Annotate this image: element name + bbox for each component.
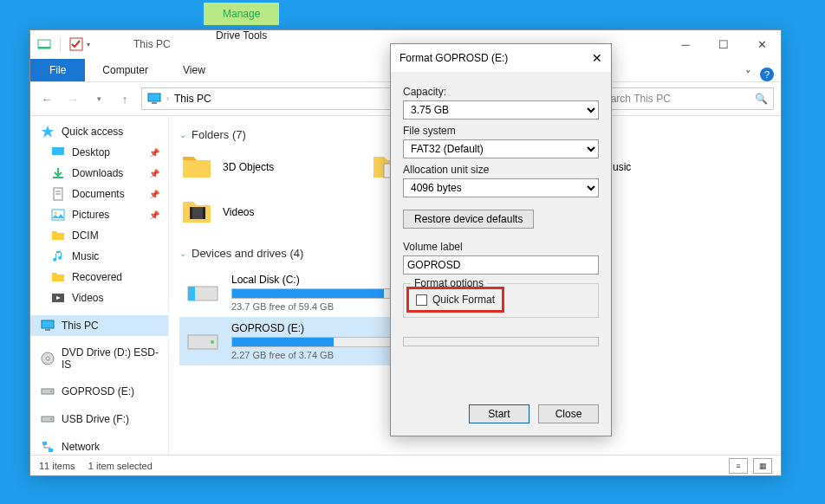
navigation-pane[interactable]: Quick access Desktop📌 Downloads📌 Documen… [30, 116, 169, 455]
svg-point-10 [55, 212, 57, 215]
help-icon[interactable]: ? [760, 68, 774, 81]
tab-file[interactable]: File [30, 59, 85, 81]
thispc-icon [41, 319, 55, 333]
maximize-button[interactable]: ☐ [705, 30, 743, 58]
start-button[interactable]: Start [469, 404, 529, 423]
svg-rect-21 [49, 449, 53, 452]
quick-format-highlight: Quick Format [406, 287, 504, 313]
chevron-down-icon: ⌄ [179, 249, 186, 258]
close-button[interactable]: Close [538, 404, 599, 423]
minimize-button[interactable]: ─ [666, 30, 705, 58]
downloads-icon [51, 166, 65, 180]
capacity-select[interactable]: 3.75 GB [403, 100, 599, 120]
drive-icon [185, 275, 221, 311]
tab-drive-tools[interactable]: Drive Tools [204, 25, 279, 46]
folder-icon [51, 229, 65, 242]
pictures-icon [51, 208, 65, 222]
status-bar: 11 items 1 item selected ≡ ▦ [30, 455, 781, 475]
dialog-title: Format GOPROSD (E:) [400, 52, 508, 64]
dialog-close-button[interactable]: ✕ [592, 51, 602, 65]
sidebar-item-desktop[interactable]: Desktop📌 [30, 142, 168, 163]
search-icon: 🔍 [755, 93, 768, 105]
chevron-down-icon: ⌄ [179, 130, 186, 139]
thispc-icon [147, 92, 161, 106]
breadcrumb[interactable]: This PC [174, 93, 211, 105]
drive-icon [41, 384, 55, 398]
restore-defaults-button[interactable]: Restore device defaults [403, 210, 534, 229]
svg-point-17 [50, 391, 52, 392]
up-button[interactable]: ↑ [115, 89, 134, 108]
volume-label-label: Volume label [403, 241, 599, 253]
svg-rect-27 [188, 287, 195, 300]
folder-icon [179, 150, 214, 184]
folder-item[interactable]: Videos [179, 195, 353, 229]
forward-button[interactable]: → [63, 89, 82, 108]
recent-dropdown[interactable]: ▾ [89, 89, 108, 108]
svg-rect-1 [38, 47, 50, 48]
checkbox-icon[interactable] [69, 37, 83, 51]
sidebar-item-documents[interactable]: Documents📌 [30, 184, 168, 204]
dialog-titlebar[interactable]: Format GOPROSD (E:) ✕ [391, 44, 611, 72]
svg-rect-24 [190, 207, 192, 219]
volume-label-input[interactable] [403, 255, 599, 275]
folder-icon [51, 270, 65, 284]
tiles-view-button[interactable]: ▦ [753, 458, 772, 474]
pin-icon: 📌 [149, 169, 159, 178]
sidebar-item-pictures[interactable]: Pictures📌 [30, 204, 168, 225]
desktop-icon [51, 145, 65, 159]
format-dialog: Format GOPROSD (E:) ✕ Capacity: 3.75 GB … [390, 43, 612, 436]
svg-point-19 [50, 418, 52, 420]
sidebar-usb-drive[interactable]: USB Drive (F:) [30, 409, 168, 430]
sidebar-item-dcim[interactable]: DCIM [30, 225, 168, 246]
pin-icon: 📌 [149, 190, 159, 199]
svg-rect-9 [52, 210, 64, 220]
app-icon [37, 37, 51, 51]
checkbox-icon [416, 294, 427, 306]
allocation-label: Allocation unit size [403, 164, 599, 176]
sidebar-dvd-drive[interactable]: DVD Drive (D:) ESD-IS [30, 343, 168, 374]
capacity-label: Capacity: [403, 86, 599, 98]
star-icon [41, 125, 55, 139]
sidebar-network[interactable]: Network [30, 436, 168, 455]
documents-icon [51, 187, 65, 201]
svg-rect-5 [52, 147, 64, 155]
svg-rect-13 [45, 329, 50, 331]
disc-icon [41, 352, 55, 365]
search-input[interactable]: Search This PC 🔍 [592, 87, 774, 110]
sidebar-item-downloads[interactable]: Downloads📌 [30, 163, 168, 184]
music-icon [51, 249, 65, 263]
qat-dropdown-icon[interactable]: ▾ [87, 41, 90, 48]
filesystem-label: File system [403, 125, 599, 137]
sidebar-item-videos[interactable]: Videos [30, 288, 168, 308]
sidebar-this-pc[interactable]: This PC [30, 315, 168, 336]
svg-rect-4 [152, 102, 157, 104]
pin-icon: 📌 [149, 210, 159, 220]
svg-rect-3 [148, 94, 160, 101]
format-progress-bar [403, 337, 599, 346]
status-item-count: 11 items [39, 461, 75, 471]
svg-rect-25 [203, 207, 205, 219]
tab-view[interactable]: View [166, 59, 223, 81]
tab-computer[interactable]: Computer [85, 59, 166, 81]
back-button[interactable]: ← [37, 89, 56, 108]
svg-point-15 [46, 357, 49, 360]
svg-rect-20 [42, 442, 47, 445]
folder-icon [179, 195, 214, 229]
details-view-button[interactable]: ≡ [729, 458, 748, 474]
manage-header: Manage [204, 3, 279, 25]
svg-rect-12 [42, 320, 54, 328]
contextual-tab-group: Manage Drive Tools [204, 3, 279, 46]
collapse-ribbon-icon[interactable]: ˅ [745, 68, 751, 81]
folder-item[interactable]: 3D Objects [179, 150, 353, 184]
allocation-select[interactable]: 4096 bytes [403, 178, 599, 197]
quick-format-checkbox[interactable]: Quick Format [416, 294, 495, 306]
status-selected-count: 1 item selected [88, 461, 153, 471]
sidebar-quick-access[interactable]: Quick access [30, 121, 168, 142]
sidebar-item-music[interactable]: Music [30, 246, 168, 267]
sidebar-goprosd[interactable]: GOPROSD (E:) [30, 381, 168, 402]
close-button[interactable]: ✕ [743, 30, 781, 58]
sidebar-item-recovered[interactable]: Recovered [30, 267, 168, 288]
network-icon [41, 440, 55, 454]
drive-icon [41, 412, 55, 426]
filesystem-select[interactable]: FAT32 (Default) [403, 139, 599, 158]
